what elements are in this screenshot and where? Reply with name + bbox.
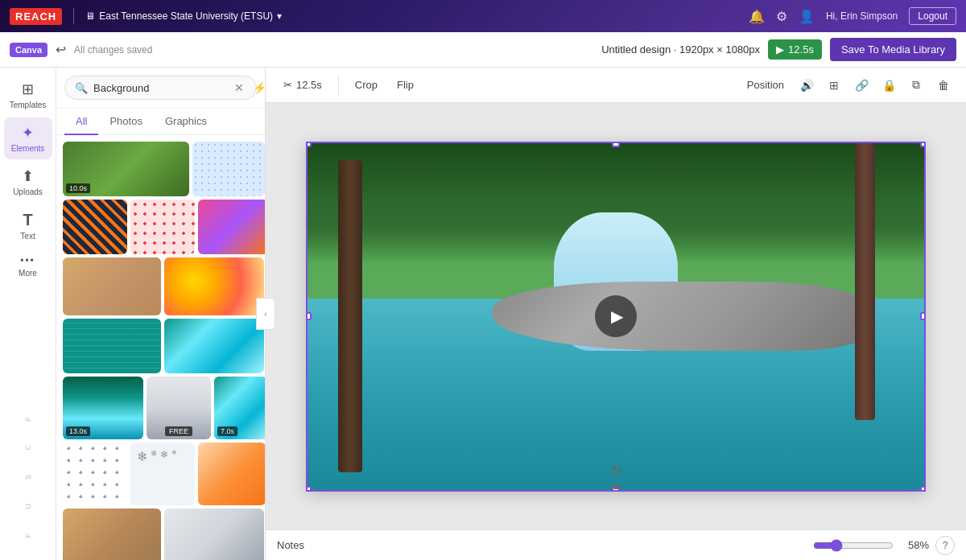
- play-triangle-icon: ▶: [611, 307, 623, 326]
- search-filter-button[interactable]: ⚡: [253, 81, 266, 94]
- resize-handle-bottom-left[interactable]: [306, 486, 312, 492]
- thumb-grass-video[interactable]: 10.0s: [63, 142, 189, 196]
- hide-panel-button[interactable]: ‹: [256, 298, 275, 330]
- grid-button[interactable]: ⊞: [823, 74, 845, 97]
- sidebar-item-more[interactable]: ••• More: [4, 249, 52, 284]
- thumb-bokeh[interactable]: [164, 257, 264, 315]
- undo-button[interactable]: ↩: [56, 42, 66, 57]
- thumb-texture[interactable]: [164, 509, 264, 560]
- search-input-wrapper: 🔍 ✕ ⚡: [64, 76, 257, 100]
- thumb-video-2[interactable]: 7.0s: [214, 377, 265, 439]
- link-button[interactable]: 🔗: [850, 74, 873, 97]
- audio-button[interactable]: 🔊: [795, 74, 818, 97]
- canva-logo: Canva: [10, 43, 47, 57]
- search-tabs: All Photos Graphics: [56, 109, 265, 135]
- save-to-media-library-button[interactable]: Save To Media Library: [830, 38, 956, 61]
- thumb-tan[interactable]: [63, 257, 161, 315]
- templates-label: Templates: [10, 101, 47, 109]
- elements-icon: ✦: [22, 124, 34, 142]
- auto-save-status: All changes saved: [74, 44, 152, 56]
- left-panel-c[interactable]: C: [24, 445, 32, 451]
- toolbar-flip[interactable]: Flip: [390, 76, 420, 94]
- tree-right: [855, 143, 875, 421]
- thumb-person[interactable]: FREE: [147, 377, 211, 439]
- copy-button[interactable]: ⧉: [905, 74, 927, 97]
- sidebar-item-templates[interactable]: ⊞ Templates: [4, 74, 52, 116]
- toolbar-right: Position 🔊 ⊞ 🔗 🔒 ⧉ 🗑: [741, 74, 955, 97]
- resize-handle-top-left[interactable]: [306, 142, 312, 147]
- notification-icon[interactable]: 🔔: [749, 9, 765, 24]
- thumb-waterfall-video[interactable]: 13.0s: [63, 377, 143, 439]
- app-bar: REACH 🖥 East Tennessee State University …: [0, 0, 966, 32]
- resize-handle-middle-right[interactable]: [920, 312, 926, 320]
- crop-label: Crop: [355, 79, 378, 91]
- toolbar-divider-1: [338, 76, 339, 95]
- thumb-stripes[interactable]: [63, 200, 127, 254]
- templates-icon: ⊞: [22, 80, 34, 98]
- institution-name: East Tennessee State University (ETSU): [99, 10, 273, 22]
- grid-row-1: 10.0s: [63, 142, 258, 196]
- scissors-icon: ✂: [283, 79, 292, 91]
- thumb-snowflakes[interactable]: ❄❄ ❄❄: [130, 443, 195, 505]
- search-bar-container: 🔍 ✕ ⚡: [56, 68, 265, 109]
- thumb-dots-red[interactable]: [130, 200, 195, 254]
- resize-handle-bottom-right[interactable]: [920, 486, 926, 492]
- text-label: Text: [20, 232, 35, 241]
- video-duration-3: 7.0s: [217, 426, 237, 436]
- thumb-teal-swirl[interactable]: [164, 319, 264, 373]
- more-icon: •••: [20, 255, 35, 266]
- logout-button[interactable]: Logout: [909, 7, 956, 25]
- toolbar-crop[interactable]: Crop: [349, 76, 384, 94]
- monitor-icon: 🖥: [85, 10, 95, 22]
- left-panel-f1[interactable]: F: [24, 417, 32, 422]
- sidebar-item-elements[interactable]: ✦ Elements: [4, 117, 52, 159]
- canva-header: Canva ↩ All changes saved Untitled desig…: [0, 32, 966, 68]
- user-icon[interactable]: 👤: [799, 9, 815, 24]
- search-input[interactable]: [93, 82, 229, 94]
- left-panel-f2[interactable]: F: [24, 533, 32, 538]
- resize-handle-middle-left[interactable]: [306, 312, 312, 320]
- left-panel-s[interactable]: S: [24, 475, 32, 480]
- icon-sidebar: ⊞ Templates ✦ Elements ⬆ Uploads T Text …: [0, 68, 56, 560]
- sidebar-item-uploads[interactable]: ⬆ Uploads: [4, 161, 52, 203]
- video-duration-2: 13.0s: [66, 426, 90, 436]
- toolbar-scissors[interactable]: ✂ 12.5s: [277, 76, 328, 94]
- institution-selector[interactable]: 🖥 East Tennessee State University (ETSU)…: [85, 10, 282, 22]
- search-clear-button[interactable]: ✕: [234, 81, 244, 94]
- thumb-scatter[interactable]: [63, 443, 127, 505]
- thumb-pink[interactable]: [198, 200, 265, 254]
- tree-left: [338, 160, 362, 472]
- thumb-orange-blobs[interactable]: [198, 443, 265, 505]
- refresh-icon[interactable]: ↻: [610, 462, 622, 480]
- app-bar-divider: [73, 8, 74, 24]
- grid-row-3: [63, 257, 258, 315]
- grid-row-6: ❄❄ ❄❄: [63, 443, 258, 505]
- sidebar-item-text[interactable]: T Text: [4, 204, 52, 247]
- free-badge-1: FREE: [165, 426, 192, 436]
- canvas-toolbar: ✂ 12.5s Crop Flip Position 🔊 ⊞ 🔗 🔒 ⧉ 🗑: [266, 68, 966, 103]
- grid-row-4: [63, 319, 258, 373]
- scroll-dot: [613, 484, 618, 489]
- zoom-slider[interactable]: [813, 539, 894, 552]
- settings-icon[interactable]: ⚙: [776, 9, 787, 24]
- lock-button[interactable]: 🔒: [877, 74, 900, 97]
- tab-all[interactable]: All: [64, 109, 98, 135]
- rocks: [493, 282, 863, 351]
- play-preview-button[interactable]: ▶ 12.5s: [768, 39, 822, 60]
- canvas-frame[interactable]: ▶: [306, 142, 926, 492]
- resize-handle-top-right[interactable]: [920, 142, 926, 147]
- help-button[interactable]: ?: [935, 536, 955, 555]
- thumb-wood[interactable]: [63, 509, 161, 560]
- tab-photos[interactable]: Photos: [98, 109, 153, 135]
- canvas-viewport: ▶ ↻: [266, 103, 966, 529]
- thumb-teal-lines[interactable]: [63, 319, 161, 373]
- delete-button[interactable]: 🗑: [932, 74, 955, 97]
- position-button[interactable]: Position: [741, 76, 791, 94]
- left-panel-u[interactable]: U: [24, 504, 32, 509]
- reach-logo: REACH: [10, 8, 62, 25]
- resize-handle-top-middle[interactable]: [612, 142, 620, 147]
- play-video-button[interactable]: ▶: [595, 295, 637, 337]
- thumb-dots[interactable]: [192, 142, 265, 196]
- tab-graphics[interactable]: Graphics: [154, 109, 218, 135]
- flip-label: Flip: [397, 79, 414, 91]
